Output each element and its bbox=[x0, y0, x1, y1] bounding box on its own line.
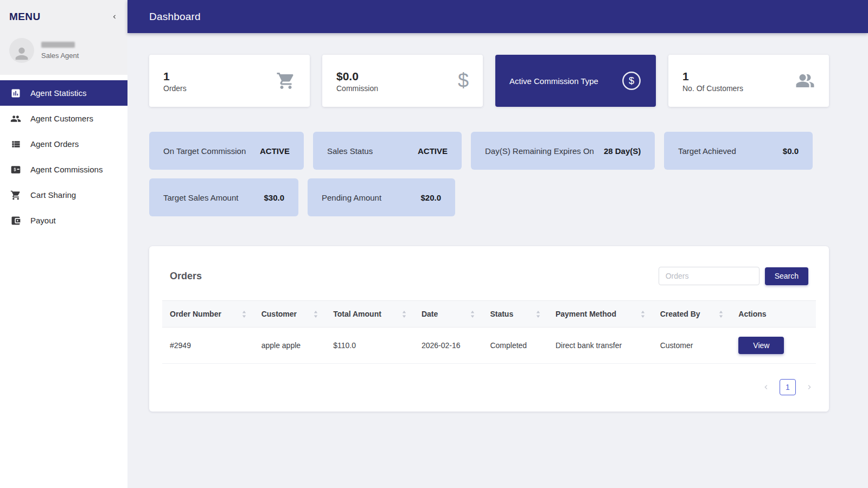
chip-value: $20.0 bbox=[420, 193, 441, 202]
customers-count-label: No. Of Customers bbox=[682, 84, 743, 93]
column-label: Created By bbox=[660, 310, 700, 318]
sidebar-item-agent-orders[interactable]: Agent Orders bbox=[0, 131, 127, 157]
collapse-sidebar-icon[interactable] bbox=[111, 13, 118, 21]
orders-table: Order Number Customer Total Amount Date … bbox=[162, 300, 816, 364]
sidebar-item-cart-sharing[interactable]: Cart Sharing bbox=[0, 182, 127, 208]
column-label: Date bbox=[422, 310, 438, 318]
sort-icon bbox=[536, 311, 540, 318]
svg-text:$: $ bbox=[629, 75, 634, 86]
sidebar: MENU Sales Agent Agent Stati bbox=[0, 0, 127, 488]
sidebar-top: MENU Sales Agent bbox=[0, 0, 127, 75]
column-label: Payment Method bbox=[556, 310, 616, 318]
stat-card-customers: 1 No. Of Customers bbox=[668, 55, 829, 107]
column-header-actions: Actions bbox=[731, 301, 816, 328]
stat-card-commission: $0.0 Commission $ bbox=[322, 55, 483, 107]
list-icon bbox=[10, 139, 21, 150]
orders-count-label: Orders bbox=[163, 84, 187, 93]
orders-card: Orders Search Order Number Customer Tota… bbox=[149, 246, 829, 412]
page-title: Dashboard bbox=[149, 11, 201, 23]
cell-date: 2026-02-16 bbox=[414, 328, 483, 364]
sort-icon bbox=[242, 311, 246, 318]
customers-icon bbox=[795, 71, 815, 91]
commission-value: $0.0 bbox=[336, 69, 378, 84]
dollar-circle-icon: $ bbox=[621, 70, 642, 91]
sort-icon bbox=[641, 311, 645, 318]
chip-label: Pending Amount bbox=[322, 193, 381, 202]
orders-search-input[interactable] bbox=[659, 267, 760, 285]
sort-icon bbox=[402, 311, 406, 318]
chip-value: $0.0 bbox=[783, 146, 799, 156]
orders-header: Orders Search bbox=[162, 260, 816, 300]
cart-icon bbox=[10, 190, 21, 201]
sort-icon bbox=[719, 311, 723, 318]
pagination-next-icon[interactable] bbox=[805, 383, 814, 391]
top-bar: Dashboard bbox=[127, 0, 868, 33]
sidebar-item-label: Agent Customers bbox=[30, 114, 93, 123]
column-header-total-amount[interactable]: Total Amount bbox=[326, 301, 414, 328]
sidebar-item-label: Agent Statistics bbox=[30, 88, 86, 98]
stat-card-active-commission-type: Active Commission Type $ bbox=[495, 55, 656, 107]
wallet-icon bbox=[10, 215, 21, 226]
column-header-payment-method[interactable]: Payment Method bbox=[548, 301, 653, 328]
column-label: Total Amount bbox=[333, 310, 381, 318]
orders-title: Orders bbox=[170, 271, 202, 282]
column-header-created-by[interactable]: Created By bbox=[653, 301, 731, 328]
sidebar-item-agent-customers[interactable]: Agent Customers bbox=[0, 106, 127, 131]
cell-order-number: #2949 bbox=[162, 328, 254, 364]
chip-pending-amount: Pending Amount $20.0 bbox=[308, 178, 455, 216]
chips-row-2: Target Sales Amount $30.0 Pending Amount… bbox=[149, 178, 829, 216]
column-header-customer[interactable]: Customer bbox=[254, 301, 326, 328]
chip-sales-status: Sales Status ACTIVE bbox=[313, 132, 462, 170]
chip-label: Day(S) Remaining Expires On bbox=[485, 146, 594, 156]
search-area: Search bbox=[659, 267, 808, 285]
table-header-row: Order Number Customer Total Amount Date … bbox=[162, 301, 816, 328]
table-row: #2949 apple apple $110.0 2026-02-16 Comp… bbox=[162, 328, 816, 364]
cell-customer: apple apple bbox=[254, 328, 326, 364]
chip-label: Target Achieved bbox=[678, 146, 736, 156]
stats-row: 1 Orders $0.0 Commission $ Active Commis bbox=[149, 55, 829, 107]
dollar-icon: $ bbox=[458, 69, 469, 92]
chip-value: ACTIVE bbox=[418, 146, 448, 156]
profile-role: Sales Agent bbox=[41, 52, 79, 60]
active-commission-type-label: Active Commission Type bbox=[509, 76, 598, 86]
cell-created-by: Customer bbox=[653, 328, 731, 364]
pagination: 1 bbox=[162, 379, 816, 395]
profile: Sales Agent bbox=[0, 34, 127, 68]
chip-value: 28 Day(S) bbox=[604, 146, 641, 156]
cart-icon bbox=[276, 71, 296, 91]
sidebar-item-label: Agent Commissions bbox=[30, 165, 103, 174]
sort-icon bbox=[470, 311, 475, 318]
customers-count: 1 bbox=[682, 69, 743, 84]
pagination-prev-icon[interactable] bbox=[762, 383, 770, 391]
column-header-order-number[interactable]: Order Number bbox=[162, 301, 254, 328]
sidebar-item-agent-commissions[interactable]: Agent Commissions bbox=[0, 157, 127, 182]
column-header-status[interactable]: Status bbox=[482, 301, 548, 328]
column-label: Order Number bbox=[170, 310, 221, 318]
menu-title: MENU bbox=[9, 11, 41, 23]
sidebar-nav: Agent Statistics Agent Customers Agent O… bbox=[0, 80, 127, 233]
chip-target-achieved: Target Achieved $0.0 bbox=[664, 132, 813, 170]
sidebar-item-payout[interactable]: Payout bbox=[0, 208, 127, 233]
view-button[interactable]: View bbox=[738, 337, 784, 354]
column-header-date[interactable]: Date bbox=[414, 301, 483, 328]
search-button[interactable]: Search bbox=[765, 267, 808, 285]
content: 1 Orders $0.0 Commission $ Active Commis bbox=[127, 33, 868, 433]
pagination-page-1[interactable]: 1 bbox=[780, 379, 796, 395]
chip-label: On Target Commission bbox=[163, 146, 246, 156]
card-dollar-icon bbox=[10, 164, 21, 175]
chip-days-remaining: Day(S) Remaining Expires On 28 Day(S) bbox=[471, 132, 655, 170]
chip-label: Target Sales Amount bbox=[163, 193, 238, 202]
app-root: MENU Sales Agent Agent Stati bbox=[0, 0, 868, 488]
commission-label: Commission bbox=[336, 84, 378, 93]
chip-on-target-commission: On Target Commission ACTIVE bbox=[149, 132, 304, 170]
sort-icon bbox=[314, 311, 318, 318]
cell-status: Completed bbox=[482, 328, 548, 364]
chips-row-1: On Target Commission ACTIVE Sales Status… bbox=[149, 132, 829, 170]
chip-label: Sales Status bbox=[327, 146, 373, 156]
bar-chart-icon bbox=[10, 88, 21, 99]
sidebar-item-agent-statistics[interactable]: Agent Statistics bbox=[0, 80, 127, 106]
avatar bbox=[9, 38, 34, 63]
cell-actions: View bbox=[731, 328, 816, 364]
column-label: Actions bbox=[738, 310, 766, 318]
cell-payment-method: Direct bank transfer bbox=[548, 328, 653, 364]
